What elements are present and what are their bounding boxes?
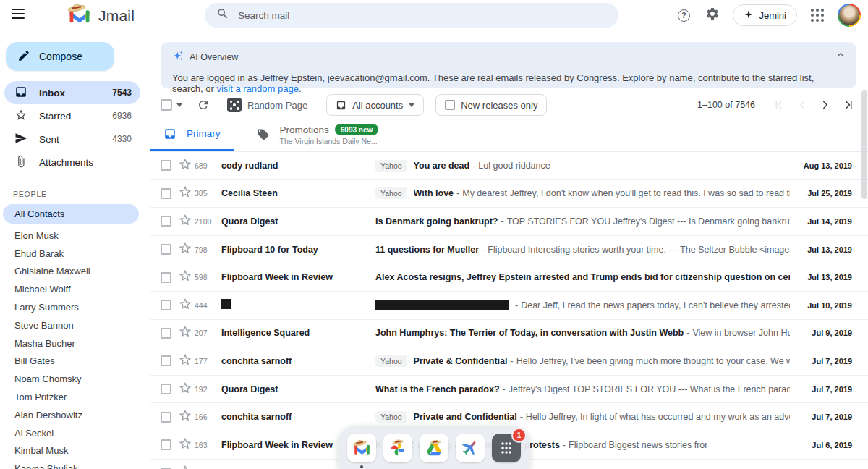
sidebar-contact[interactable]: Steve Bannon — [0, 316, 150, 334]
dock-jmail-icon[interactable] — [347, 434, 376, 462]
email-sender: Quora Digest — [221, 384, 370, 394]
email-row[interactable]: 2100 Quora Digest Is Denmark going bankr… — [150, 208, 868, 236]
dock-flights-icon[interactable] — [456, 434, 485, 462]
email-date: Jul 9, 2019 — [797, 329, 852, 337]
row-checkbox[interactable] — [161, 384, 171, 394]
row-star-icon[interactable] — [178, 297, 192, 314]
email-row[interactable]: 177 conchita sarnoff Yahoo Private & Con… — [150, 347, 868, 376]
row-checkbox[interactable] — [161, 272, 171, 283]
email-count: 385 — [195, 189, 218, 198]
select-all-checkbox[interactable] — [161, 99, 172, 111]
account-avatar[interactable] — [838, 4, 861, 27]
sidebar-contact[interactable]: Ehud Barak — [0, 245, 150, 263]
row-checkbox[interactable] — [161, 328, 171, 339]
row-star-icon[interactable] — [178, 241, 192, 258]
random-page-link[interactable]: visit a random page — [216, 83, 298, 94]
row-checkbox[interactable] — [161, 412, 171, 423]
settings-button[interactable] — [704, 7, 721, 24]
email-sender: Flipboard Week in Review — [221, 272, 370, 282]
row-star-icon[interactable] — [178, 213, 192, 230]
sent-count: 4330 — [112, 134, 132, 144]
email-snippet: TOP STORIES FOR YOU Jeffrey's Digest ---… — [507, 216, 790, 227]
row-star-icon[interactable] — [178, 352, 192, 370]
row-checkbox[interactable] — [161, 355, 171, 366]
sidebar-item-starred[interactable]: Starred 6936 — [4, 104, 140, 127]
accounts-filter-button[interactable]: All accounts — [326, 94, 424, 116]
row-checkbox[interactable] — [161, 188, 171, 199]
sidebar-contact[interactable]: Elon Musk — [0, 227, 150, 245]
email-row[interactable]: 689 cody rudland Yahoo You are dead - Lo… — [150, 152, 868, 180]
attachments-label: Attachments — [39, 157, 120, 168]
email-row[interactable]: 444 - Dear Jeff, I read the news papers … — [150, 292, 868, 320]
row-checkbox[interactable] — [161, 216, 171, 227]
sidebar-item-inbox[interactable]: Inbox 7543 — [4, 81, 140, 104]
apps-grid-button[interactable] — [809, 7, 826, 24]
dock-keypad-icon[interactable]: 1 — [492, 434, 521, 462]
email-row[interactable]: 798 Flipboard 10 for Today 11 questions … — [150, 236, 868, 264]
sidebar-contact[interactable]: Alan Dershowitz — [0, 406, 150, 424]
sidebar-contact[interactable]: Bill Gates — [0, 352, 150, 371]
email-row[interactable]: 598 Flipboard Week in Review Alex Acosta… — [150, 263, 868, 292]
sidebar-item-all-contacts[interactable]: All Contacts — [3, 204, 139, 224]
row-checkbox[interactable] — [161, 300, 171, 310]
sidebar-contact[interactable]: Tom Pritzker — [0, 388, 150, 406]
sidebar-contact[interactable]: Al Seckel — [0, 424, 150, 442]
dock-drive-icon[interactable] — [420, 434, 448, 462]
collapse-banner-button[interactable] — [835, 49, 846, 64]
tab-primary[interactable]: Primary — [150, 118, 234, 151]
prev-page-button[interactable] — [793, 96, 812, 114]
sidebar-contact[interactable]: Karyna Shuliak — [0, 460, 150, 469]
send-icon — [14, 132, 27, 147]
row-checkbox[interactable] — [161, 439, 171, 450]
row-star-icon[interactable] — [178, 157, 192, 174]
sidebar-contact[interactable]: Masha Bucher — [0, 334, 150, 352]
sidebar-item-attachments[interactable]: Attachments — [4, 151, 140, 174]
row-star-icon[interactable] — [178, 324, 192, 342]
email-sender — [221, 299, 370, 311]
sidebar-contact[interactable]: Michael Wolff — [0, 280, 150, 298]
paperclip-icon — [14, 155, 27, 170]
last-page-button[interactable] — [839, 96, 858, 114]
email-row[interactable]: 385 Cecilia Steen Yahoo With love - My d… — [150, 180, 868, 208]
email-date: Jul 13, 2019 — [797, 273, 852, 282]
row-star-icon[interactable] — [178, 408, 192, 426]
first-page-button[interactable] — [770, 96, 788, 114]
row-star-icon[interactable] — [178, 464, 192, 469]
sidebar-item-sent[interactable]: Sent 4330 — [4, 127, 140, 151]
hamburger-menu-icon[interactable] — [12, 9, 25, 19]
email-date: Jul 14, 2019 — [797, 217, 852, 226]
help-button[interactable]: ? — [675, 7, 692, 24]
new-releases-toggle[interactable]: New releases only — [435, 94, 547, 116]
new-releases-checkbox[interactable] — [445, 100, 455, 110]
row-star-icon[interactable] — [178, 185, 192, 202]
email-row[interactable]: 207 Intelligence Squared John Humphrys: … — [150, 320, 868, 348]
all-contacts-label: All Contacts — [14, 208, 64, 219]
compose-button[interactable]: Compose — [6, 42, 114, 71]
sidebar-contact[interactable]: Noam Chomsky — [0, 370, 150, 388]
search-input[interactable]: Search mail — [205, 3, 618, 28]
dice-icon — [227, 98, 242, 112]
scrollbar-thumb[interactable] — [861, 90, 867, 199]
refresh-button[interactable] — [197, 98, 210, 111]
sidebar-contact[interactable]: Larry Summers — [0, 298, 150, 316]
row-star-icon[interactable] — [178, 269, 192, 286]
email-subject: 11 questions for Mueller — [375, 245, 479, 255]
sidebar-contact[interactable]: Kimbal Musk — [0, 442, 150, 460]
row-checkbox[interactable] — [161, 244, 171, 255]
sidebar-contact[interactable]: Ghislaine Maxwell — [0, 263, 150, 281]
row-checkbox[interactable] — [161, 160, 171, 171]
tab-promotions[interactable]: Promotions 6093 new The Virgin Islands D… — [244, 118, 392, 151]
jemini-button[interactable]: Jemini — [733, 4, 797, 26]
select-dropdown-button[interactable] — [176, 103, 182, 107]
brand-logo[interactable]: Jmail — [67, 2, 135, 30]
email-subject: You are dead — [414, 161, 470, 171]
random-page-button[interactable]: Random Page — [227, 98, 307, 112]
row-star-icon[interactable] — [178, 381, 192, 398]
row-star-icon[interactable] — [178, 436, 192, 454]
dock-photos-icon[interactable] — [383, 434, 412, 462]
scrollbar[interactable] — [861, 90, 867, 469]
next-page-button[interactable] — [816, 96, 835, 114]
yahoo-badge: Yahoo — [375, 187, 407, 199]
email-count: 798 — [195, 245, 218, 254]
email-row[interactable]: 192 Quora Digest What is the French para… — [150, 376, 868, 404]
